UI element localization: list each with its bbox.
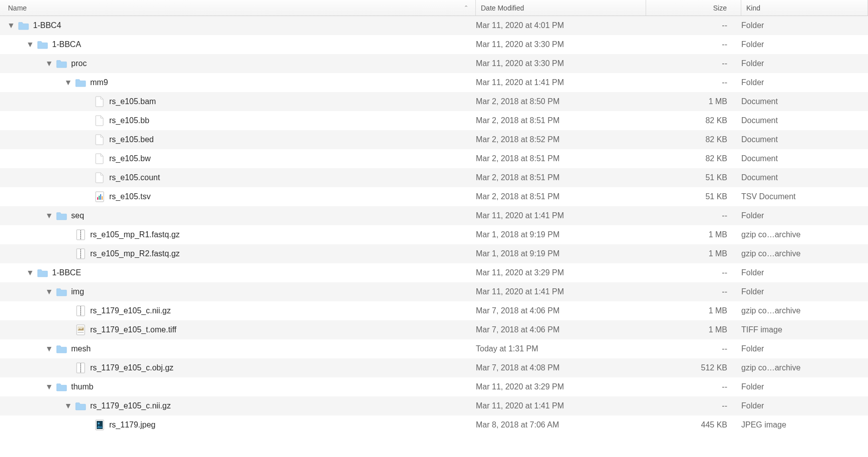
disclosure-triangle-icon[interactable]: ▶	[46, 383, 53, 390]
folder-icon	[56, 210, 67, 221]
column-header-kind[interactable]: Kind	[741, 0, 868, 16]
cell-date: Today at 1:31 PM	[476, 344, 646, 353]
folder-icon	[75, 77, 86, 88]
svg-rect-34	[80, 369, 81, 370]
cell-kind: Document	[741, 135, 868, 144]
table-row[interactable]: ▶rs_1179_e105_c.obj.gzMar 7, 2018 at 4:0…	[0, 358, 868, 377]
svg-rect-11	[80, 238, 81, 239]
column-header-name[interactable]: Name ⌃	[0, 0, 476, 16]
table-row[interactable]: ▶imgMar 11, 2020 at 1:41 PM--Folder	[0, 282, 868, 301]
svg-rect-17	[80, 255, 81, 256]
svg-rect-7	[80, 230, 81, 231]
cell-kind: Folder	[741, 382, 868, 391]
cell-size: 512 KB	[646, 363, 741, 372]
table-row[interactable]: ▶rs_e105.bedMar 2, 2018 at 8:52 PM82 KBD…	[0, 130, 868, 149]
cell-date: Mar 11, 2020 at 1:41 PM	[476, 78, 646, 87]
cell-kind: gzip co…archive	[741, 230, 868, 239]
cell-name: ▶rs_1179.jpeg	[0, 419, 476, 430]
table-row[interactable]: ▶rs_e105_mp_R1.fastq.gzMar 1, 2018 at 9:…	[0, 225, 868, 244]
table-row[interactable]: ▶rs_e105.bamMar 2, 2018 at 8:50 PM1 MBDo…	[0, 92, 868, 111]
cell-date: Mar 11, 2020 at 1:41 PM	[476, 401, 646, 410]
cell-name: ▶rs_e105_mp_R2.fastq.gz	[0, 248, 476, 259]
table-row[interactable]: ▶rs_e105.bwMar 2, 2018 at 8:51 PM82 KBDo…	[0, 149, 868, 168]
cell-kind: Folder	[741, 40, 868, 49]
folder-icon	[37, 267, 48, 278]
disclosure-triangle-icon[interactable]: ▶	[8, 22, 15, 29]
file-name: rs_e105_mp_R1.fastq.gz	[90, 230, 180, 239]
table-row[interactable]: ▶rs_e105.bbMar 2, 2018 at 8:51 PM82 KBDo…	[0, 111, 868, 130]
cell-size: 1 MB	[646, 230, 741, 239]
disclosure-triangle-icon[interactable]: ▶	[27, 269, 34, 276]
cell-date: Mar 1, 2018 at 9:19 PM	[476, 230, 646, 239]
svg-point-38	[98, 422, 100, 424]
cell-name: ▶proc	[0, 58, 476, 69]
cell-size: --	[646, 382, 741, 391]
cell-kind: Document	[741, 154, 868, 163]
folder-icon	[56, 58, 67, 69]
disclosure-triangle-icon[interactable]: ▶	[65, 79, 72, 86]
tsv-icon	[94, 191, 105, 202]
table-row[interactable]: ▶seqMar 11, 2020 at 1:41 PM--Folder	[0, 206, 868, 225]
file-name: mesh	[71, 344, 91, 353]
cell-date: Mar 11, 2020 at 3:30 PM	[476, 59, 646, 68]
table-row[interactable]: ▶rs_1179.jpegMar 8, 2018 at 7:06 AM445 K…	[0, 415, 868, 434]
table-row[interactable]: ▶1-BBCAMar 11, 2020 at 3:30 PM--Folder	[0, 35, 868, 54]
table-row[interactable]: ▶mm9Mar 11, 2020 at 1:41 PM--Folder	[0, 73, 868, 92]
file-name: seq	[71, 211, 84, 220]
table-row[interactable]: ▶rs_e105_mp_R2.fastq.gzMar 1, 2018 at 9:…	[0, 244, 868, 263]
cell-size: 82 KB	[646, 116, 741, 125]
column-header-date-label: Date Modified	[481, 4, 524, 12]
cell-kind: Folder	[741, 21, 868, 30]
disclosure-triangle-icon[interactable]: ▶	[65, 402, 72, 409]
cell-kind: Document	[741, 97, 868, 106]
svg-rect-14	[80, 249, 81, 250]
disclosure-triangle-icon[interactable]: ▶	[46, 60, 53, 67]
table-row[interactable]: ▶rs_e105.countMar 2, 2018 at 8:51 PM51 K…	[0, 168, 868, 187]
cell-date: Mar 2, 2018 at 8:51 PM	[476, 154, 646, 163]
svg-rect-22	[80, 308, 81, 309]
table-row[interactable]: ▶1-BBC4Mar 11, 2020 at 4:01 PM--Folder	[0, 16, 868, 35]
cell-name: ▶rs_1179_e105_c.nii.gz	[0, 305, 476, 316]
svg-rect-16	[80, 253, 81, 254]
svg-rect-15	[80, 251, 81, 252]
svg-rect-35	[80, 371, 81, 372]
cell-name: ▶rs_e105.tsv	[0, 191, 476, 202]
file-name: rs_1179_e105_c.obj.gz	[90, 363, 173, 372]
svg-rect-31	[80, 363, 81, 364]
disclosure-triangle-icon[interactable]: ▶	[46, 212, 53, 219]
svg-rect-4	[102, 196, 103, 200]
cell-date: Mar 11, 2020 at 3:30 PM	[476, 40, 646, 49]
table-row[interactable]: ▶rs_1179_e105_t.ome.tiffMar 7, 2018 at 4…	[0, 320, 868, 339]
disclosure-triangle-icon[interactable]: ▶	[46, 345, 53, 352]
table-row[interactable]: ▶procMar 11, 2020 at 3:30 PM--Folder	[0, 54, 868, 73]
table-row[interactable]: ▶meshToday at 1:31 PM--Folder	[0, 339, 868, 358]
folder-icon	[56, 343, 67, 354]
file-name: proc	[71, 59, 87, 68]
folder-icon	[18, 20, 29, 31]
column-header-size[interactable]: Size	[646, 0, 741, 16]
table-row[interactable]: ▶rs_e105.tsvMar 2, 2018 at 8:51 PM51 KBT…	[0, 187, 868, 206]
cell-name: ▶mm9	[0, 77, 476, 88]
doc-icon	[94, 134, 105, 145]
cell-size: 1 MB	[646, 97, 741, 106]
table-row[interactable]: ▶rs_1179_e105_c.nii.gzMar 11, 2020 at 1:…	[0, 396, 868, 415]
file-name: rs_e105.bam	[109, 97, 156, 106]
disclosure-triangle-icon[interactable]: ▶	[46, 288, 53, 295]
doc-icon	[94, 96, 105, 107]
cell-size: 51 KB	[646, 173, 741, 182]
table-row[interactable]: ▶rs_1179_e105_c.nii.gzMar 7, 2018 at 4:0…	[0, 301, 868, 320]
disclosure-triangle-icon[interactable]: ▶	[27, 41, 34, 48]
column-header-date[interactable]: Date Modified	[476, 0, 646, 16]
table-row[interactable]: ▶1-BBCEMar 11, 2020 at 3:29 PM--Folder	[0, 263, 868, 282]
svg-rect-18	[80, 257, 81, 258]
file-name: rs_e105.bb	[109, 116, 149, 125]
cell-date: Mar 11, 2020 at 3:29 PM	[476, 268, 646, 277]
cell-kind: Document	[741, 116, 868, 125]
svg-rect-32	[80, 365, 81, 366]
cell-size: --	[646, 287, 741, 296]
column-header-row: Name ⌃ Date Modified Size Kind	[0, 0, 868, 16]
table-row[interactable]: ▶thumbMar 11, 2020 at 3:29 PM--Folder	[0, 377, 868, 396]
svg-rect-24	[80, 312, 81, 313]
cell-date: Mar 7, 2018 at 4:06 PM	[476, 306, 646, 315]
cell-size: 1 MB	[646, 249, 741, 258]
